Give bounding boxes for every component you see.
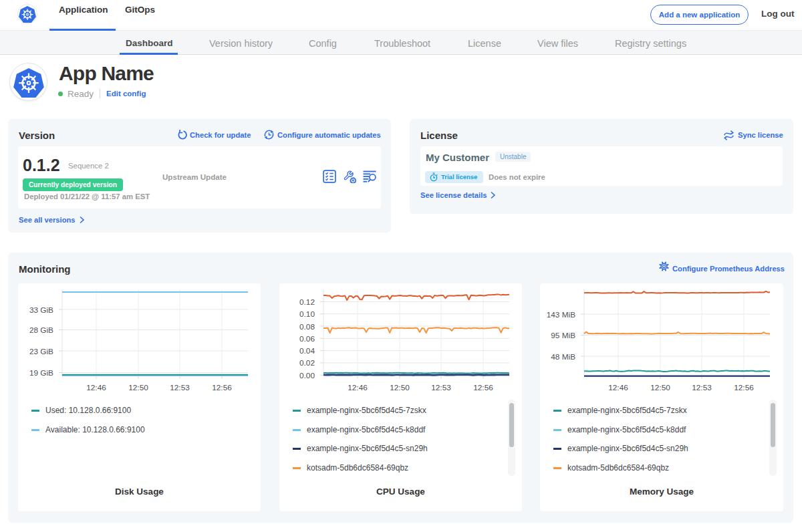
svg-text:19 GiB: 19 GiB	[29, 368, 53, 378]
svg-text:12:46: 12:46	[348, 383, 368, 392]
svg-text:12:56: 12:56	[212, 383, 232, 392]
svg-text:12:53: 12:53	[170, 383, 190, 392]
svg-text:33 GiB: 33 GiB	[29, 305, 53, 315]
svg-text:12:50: 12:50	[650, 383, 670, 392]
svg-text:12:50: 12:50	[128, 383, 148, 392]
svg-text:12:56: 12:56	[734, 383, 754, 392]
svg-text:0.08: 0.08	[299, 322, 315, 331]
svg-text:12:56: 12:56	[473, 383, 493, 392]
svg-text:0.04: 0.04	[299, 346, 315, 356]
svg-text:12:50: 12:50	[390, 383, 410, 392]
svg-text:48 MiB: 48 MiB	[551, 352, 575, 362]
svg-text:0.06: 0.06	[299, 334, 315, 344]
svg-text:143 MiB: 143 MiB	[547, 310, 575, 319]
svg-text:0.12: 0.12	[299, 297, 315, 307]
svg-text:0.10: 0.10	[299, 309, 315, 319]
svg-text:0.00: 0.00	[299, 371, 315, 380]
svg-text:0.02: 0.02	[299, 358, 315, 368]
svg-text:23 GiB: 23 GiB	[29, 347, 53, 356]
svg-text:12:53: 12:53	[431, 383, 451, 392]
svg-text:28 GiB: 28 GiB	[29, 325, 53, 335]
svg-text:12:46: 12:46	[608, 383, 628, 392]
svg-text:12:46: 12:46	[86, 383, 106, 392]
svg-text:95 MiB: 95 MiB	[551, 331, 575, 340]
svg-text:12:53: 12:53	[692, 383, 712, 392]
